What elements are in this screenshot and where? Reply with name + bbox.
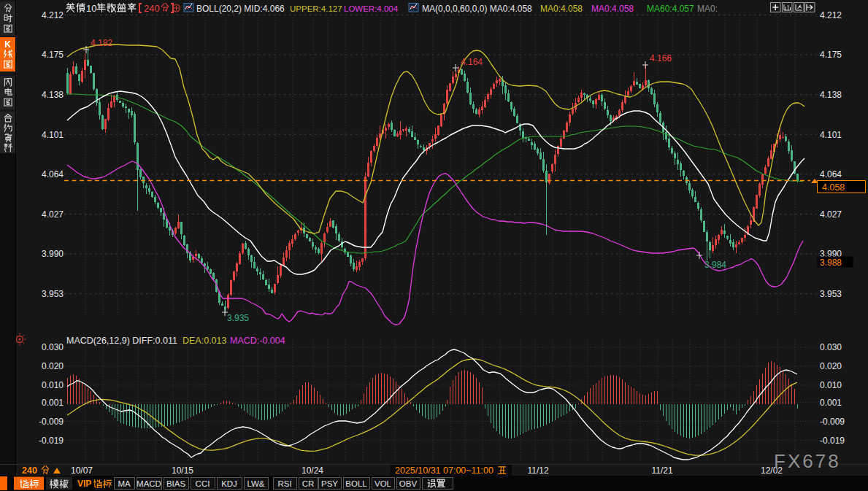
svg-text:240: 240 bbox=[22, 465, 37, 476]
svg-text:3.984: 3.984 bbox=[704, 260, 726, 270]
svg-text:MACD: MACD bbox=[137, 479, 161, 488]
svg-text:MACD(26,12,9) DIFF:0.011: MACD(26,12,9) DIFF:0.011 bbox=[66, 336, 177, 346]
svg-text:MA0:4.058: MA0:4.058 bbox=[540, 4, 583, 14]
svg-text:-0.009: -0.009 bbox=[820, 417, 845, 427]
svg-text:0.020: 0.020 bbox=[820, 361, 842, 371]
svg-text:-0.009: -0.009 bbox=[39, 417, 64, 427]
svg-text:VOL: VOL bbox=[375, 479, 392, 488]
svg-text:10/15: 10/15 bbox=[172, 465, 193, 476]
svg-text:2025/10/31 07:00~11:00: 2025/10/31 07:00~11:00 bbox=[395, 465, 493, 476]
svg-text:MA0:4.058: MA0:4.058 bbox=[591, 4, 634, 14]
svg-text:0.001: 0.001 bbox=[42, 398, 64, 408]
svg-text:3.935: 3.935 bbox=[227, 313, 249, 323]
svg-text:K: K bbox=[4, 39, 11, 50]
svg-text:10/07: 10/07 bbox=[71, 465, 93, 476]
svg-text:10: 10 bbox=[86, 3, 96, 14]
svg-text:CR: CR bbox=[302, 479, 315, 488]
svg-text:4.058: 4.058 bbox=[822, 182, 845, 193]
svg-text:LOWER:4.004: LOWER:4.004 bbox=[344, 4, 399, 13]
svg-text:-0.019: -0.019 bbox=[39, 436, 64, 446]
svg-text:MA: MA bbox=[118, 479, 131, 488]
svg-text:4.212: 4.212 bbox=[820, 10, 842, 20]
svg-text:11/12: 11/12 bbox=[527, 465, 548, 476]
svg-text:DEA:0.013: DEA:0.013 bbox=[183, 336, 227, 346]
svg-text:OBV: OBV bbox=[399, 479, 418, 488]
svg-text:MACD:-0.004: MACD:-0.004 bbox=[230, 336, 285, 346]
svg-text:4.138: 4.138 bbox=[42, 90, 64, 100]
svg-text:UPPER:4.127: UPPER:4.127 bbox=[290, 4, 342, 13]
svg-text:4.212: 4.212 bbox=[42, 10, 64, 20]
svg-text:BIAS: BIAS bbox=[166, 479, 186, 488]
svg-text:4.064: 4.064 bbox=[42, 169, 64, 179]
svg-text:4.164: 4.164 bbox=[461, 57, 483, 67]
svg-text:240: 240 bbox=[144, 3, 160, 14]
svg-text:11/21: 11/21 bbox=[651, 465, 672, 476]
svg-text:0.030: 0.030 bbox=[42, 342, 64, 352]
svg-text:VIP: VIP bbox=[77, 479, 91, 489]
svg-text:4.101: 4.101 bbox=[820, 130, 842, 140]
svg-text:4.166: 4.166 bbox=[650, 53, 672, 63]
svg-text:PSY: PSY bbox=[321, 479, 338, 488]
svg-text:3.953: 3.953 bbox=[42, 289, 64, 299]
svg-text:4.182: 4.182 bbox=[91, 38, 112, 48]
svg-text:3.953: 3.953 bbox=[820, 289, 842, 299]
svg-text:LW&: LW& bbox=[247, 479, 264, 488]
svg-text:0.030: 0.030 bbox=[820, 342, 842, 352]
svg-text:RSI: RSI bbox=[277, 479, 291, 488]
svg-text:BOLL(20,2) MID:4.066: BOLL(20,2) MID:4.066 bbox=[196, 4, 285, 14]
svg-text:3.990: 3.990 bbox=[42, 249, 64, 259]
svg-text:10/24: 10/24 bbox=[302, 465, 323, 476]
svg-text:4.101: 4.101 bbox=[42, 130, 64, 140]
svg-text:4.175: 4.175 bbox=[42, 50, 64, 60]
svg-text:BOLL: BOLL bbox=[345, 479, 367, 488]
svg-text:FX678: FX678 bbox=[774, 450, 841, 472]
svg-text:0.010: 0.010 bbox=[42, 380, 64, 390]
svg-text:3.988: 3.988 bbox=[820, 258, 842, 268]
svg-text:4.027: 4.027 bbox=[42, 209, 64, 220]
svg-text:4.064: 4.064 bbox=[820, 169, 842, 179]
svg-text:0.020: 0.020 bbox=[42, 361, 64, 371]
svg-text:4.138: 4.138 bbox=[820, 90, 842, 100]
svg-text:0.001: 0.001 bbox=[820, 398, 842, 408]
svg-text:MA60:4.057: MA60:4.057 bbox=[647, 4, 694, 14]
svg-text:KDJ: KDJ bbox=[221, 479, 237, 488]
svg-text:MA(0,0,0,60,0,0) MA0:4.058: MA(0,0,0,60,0,0) MA0:4.058 bbox=[422, 4, 532, 14]
svg-text:MA0:: MA0: bbox=[697, 4, 718, 14]
svg-text:4.027: 4.027 bbox=[820, 209, 842, 220]
svg-text:4.175: 4.175 bbox=[820, 50, 842, 60]
svg-text:CCI: CCI bbox=[196, 479, 210, 488]
svg-text:0.010: 0.010 bbox=[820, 380, 842, 390]
svg-text:-0.019: -0.019 bbox=[820, 436, 845, 446]
